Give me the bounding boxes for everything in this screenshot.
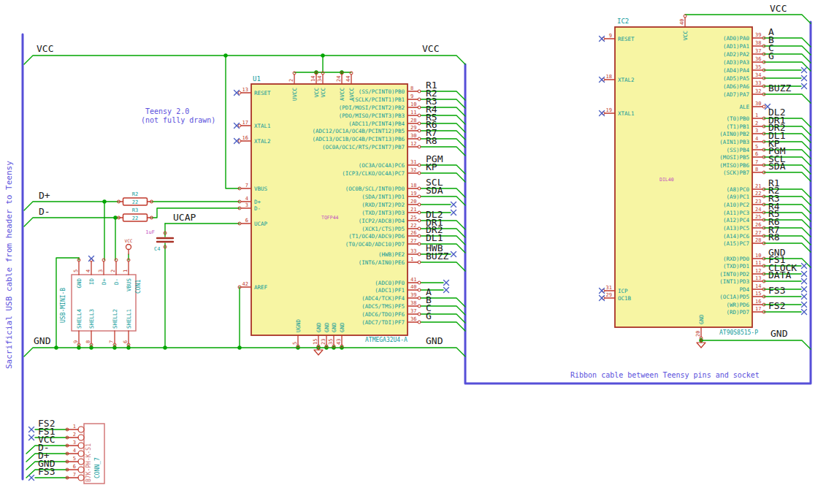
ic2-pin-name: (AD1)PA1 [723, 43, 749, 50]
u1-pin-number: 26 [410, 230, 416, 236]
ic2-pin-number: 18 [606, 74, 612, 80]
ic2-pin-number: 2 [755, 121, 758, 126]
ic2-pin-number: 7 [755, 159, 758, 165]
net-label-gnd[interactable]: GND [770, 328, 788, 339]
net-label-gnd[interactable]: GND [34, 335, 51, 346]
wire [421, 262, 465, 271]
u1-pin-number: 42 [242, 281, 248, 287]
conn7-pin-number: 1 [73, 424, 76, 429]
u1-pin-number: 3 [245, 202, 248, 208]
con1-pin-name: GND [76, 278, 83, 289]
note-text: Sacrificial USB cable from header to Tee… [4, 161, 14, 369]
ic2-pin-number: 15 [755, 291, 761, 297]
net-label-d+[interactable]: D+ [39, 190, 50, 201]
net-label-fs3[interactable]: FS3 [38, 466, 55, 477]
net-label-kp[interactable]: KP [426, 161, 437, 172]
net-label-r8[interactable]: R8 [426, 135, 437, 146]
net-label-buzz[interactable]: BUZZ [768, 83, 791, 93]
u1-pin-number: 40 [410, 284, 416, 290]
net-label-r8[interactable]: R8 [768, 232, 780, 243]
ic2-pin-name: (RD)PD7 [726, 309, 749, 316]
ic2-pin-name: (A13)PC5 [723, 225, 749, 232]
net-label-ucap[interactable]: UCAP [173, 212, 196, 223]
ic2-pin-name: (OC1A)PD5 [719, 294, 749, 300]
ic2-pin-number: 22 [755, 191, 761, 196]
conn7-pin-circle [78, 475, 84, 481]
net-label-d-[interactable]: D- [39, 206, 50, 217]
ic2-pin-number: 37 [755, 48, 761, 54]
junction-dot [223, 53, 227, 57]
ic2-pin-number: 31 [606, 285, 612, 291]
schematic-sheet: U1ATMEGA32U4-ATQFP4413RESET17XTAL116XTAL… [0, 0, 826, 504]
ic2-pin-number: 8 [755, 167, 758, 172]
net-label-g[interactable]: G [768, 50, 774, 61]
conn7-pin-circle [78, 467, 84, 473]
net-label-vcc[interactable]: VCC [422, 43, 439, 54]
u1-pin-name: (ADC4/TCK)PF4 [362, 295, 405, 302]
u1-pin-number: 27 [410, 238, 416, 244]
ic2-pin-name: (AD3)PA3 [723, 59, 749, 66]
ic2-pin-name: ALE [739, 104, 749, 110]
u1-pin-name: (ADC7/TDI)PF7 [362, 319, 405, 326]
r3-value: 22 [132, 215, 138, 221]
net-label-g[interactable]: G [426, 310, 432, 321]
net-label-sda[interactable]: SDA [426, 185, 443, 196]
ic2-pin-name: (AD0)PA0 [723, 35, 750, 42]
conn7-pin-number: 6 [73, 464, 76, 470]
u1-pin-number: 34 [317, 76, 323, 82]
conn7-pin-circle [78, 451, 84, 457]
u1-pin-name: (SDA/INT1)PD1 [362, 194, 405, 200]
u1-pin-name: (ADC0)PF0 [375, 280, 405, 286]
r2-reference: R2 [132, 191, 138, 197]
con1-pin-number: 3 [98, 270, 104, 272]
ic2-pin-name: (WR)PD6 [726, 302, 749, 308]
ic2-pin-name: (AD6)PA6 [723, 83, 750, 90]
net-label-gnd[interactable]: GND [426, 335, 443, 346]
u1-pin-name: (OC3A/OC4A)PC6 [359, 162, 405, 169]
ic2-pin-number: 3 [755, 128, 758, 134]
u1-pin-number: 15 [313, 339, 318, 345]
con1-reference: CON1 [135, 280, 142, 294]
con1-pin-number: 7 [109, 340, 115, 343]
wire [685, 15, 811, 23]
u1-pin-name: GND [339, 322, 345, 332]
u1-pin-name: (SCLK/PCINT1)PB1 [352, 96, 405, 103]
u1-pin-number: 25 [410, 215, 416, 221]
ic2-pin-name: OC1B [618, 295, 632, 302]
net-label-fs2[interactable]: FS2 [768, 300, 785, 311]
u1-pin-number: 37 [410, 308, 416, 314]
conn7-pin-number: 2 [73, 432, 76, 438]
u1-pin-name: (PDI/MOSI/PCINT2)PB2 [339, 104, 405, 111]
ic2-pin-name: (A12)PC4 [723, 217, 750, 224]
ic2-pin-name: (MISO)PB6 [719, 162, 749, 169]
net-label-buzz[interactable]: BUZZ [426, 251, 448, 261]
u1-pin-name: VCC [320, 88, 326, 98]
u1-pin-number: 24 [336, 76, 342, 82]
u1-pin-number: 12 [410, 141, 416, 147]
net-label-data[interactable]: DATA [768, 270, 791, 280]
ic2-pin-name: RESET [618, 36, 635, 42]
net-label-dl1[interactable]: DL1 [426, 232, 443, 243]
u1-pin-name: D- [254, 205, 261, 212]
ic2-pin-number: 13 [755, 275, 761, 281]
u1-pin-name: UVCC [291, 88, 298, 101]
ic2-pin-number: 29 [606, 292, 612, 298]
net-label-fs3[interactable]: FS3 [768, 285, 785, 296]
u1-pin-name: (XCK1/CTS)PD5 [362, 226, 405, 232]
net-label-vcc[interactable]: VCC [770, 3, 787, 14]
u1-pin-name: UCAP [254, 221, 268, 227]
u1-pin-number: 21 [410, 207, 416, 213]
con1-pin-name: SHELL3 [88, 309, 95, 329]
conn7-pin-number: 3 [73, 440, 76, 446]
wire [24, 56, 465, 64]
u1-pin-name: AREF [254, 284, 268, 291]
net-label-sda[interactable]: SDA [768, 161, 786, 172]
schematic-canvas[interactable]: U1ATMEGA32U4-ATQFP4413RESET17XTAL116XTAL… [0, 0, 826, 504]
c4-reference: C4 [154, 246, 160, 252]
ic2-pin-name: (AD5)PA5 [723, 75, 749, 82]
ic2-pin-name: (SS)PB4 [726, 147, 749, 153]
net-label-vcc[interactable]: VCC [37, 43, 53, 54]
ic2-pin-name: (T0)PB0 [726, 115, 749, 122]
con1-pin-name: ID [88, 278, 95, 286]
conn7-pin-circle [78, 427, 84, 432]
